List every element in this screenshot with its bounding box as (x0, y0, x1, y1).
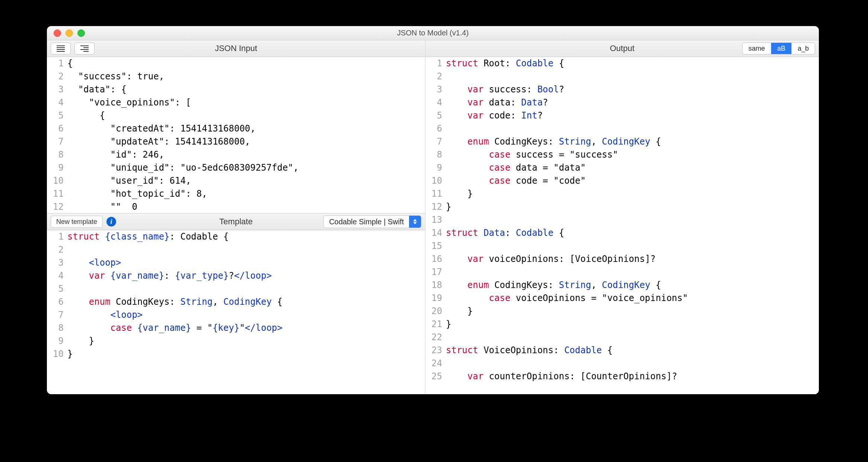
app-window: JSON to Model (v1.4) JSON Input 1{2 "suc… (47, 26, 819, 394)
code-line: 16 var voiceOpinions: [VoiceOpinions]? (425, 253, 819, 266)
code-line: 10 case code = "code" (425, 174, 819, 187)
code-text: case success = "success" (446, 148, 618, 161)
line-number: 10 (47, 174, 67, 187)
line-number: 2 (47, 243, 67, 256)
code-line: 25 var counterOpinions: [CounterOpinions… (425, 370, 819, 383)
code-line: 5 { (47, 109, 425, 122)
line-number: 7 (425, 135, 446, 148)
code-line: 8 case {var_name} = "{key}"</loop> (47, 322, 425, 335)
line-number: 15 (425, 240, 446, 253)
format-justify-button[interactable] (51, 42, 71, 54)
code-line: 17 (425, 266, 819, 279)
code-line: 12} (425, 200, 819, 213)
seg-a_b-button[interactable]: a_b (792, 43, 815, 54)
code-text: } (67, 335, 94, 348)
code-line: 1struct Root: Codable { (425, 57, 819, 70)
code-text: "createdAt": 1541413168000, (67, 122, 256, 135)
seg-same-button[interactable]: same (743, 43, 771, 54)
code-line: 9 "unique_id": "uo-5edc608309257fde", (47, 161, 425, 174)
code-text: <loop> (67, 256, 121, 269)
code-text: "hot_topic_id": 8, (67, 187, 207, 200)
line-number: 10 (47, 348, 67, 361)
line-number: 11 (47, 187, 67, 200)
json-input-title: JSON Input (47, 44, 425, 53)
code-line: 8 "id": 246, (47, 148, 425, 161)
code-text: } (446, 200, 451, 213)
code-line: 7 "updateAt": 1541413168000, (47, 135, 425, 148)
code-text: "data": { (67, 83, 127, 96)
code-line: 9 } (47, 335, 425, 348)
naming-segmented-control: same aB a_b (742, 42, 815, 54)
code-line: 3 var success: Bool? (425, 83, 819, 96)
line-number: 1 (47, 230, 67, 243)
code-text: } (446, 305, 473, 318)
line-number: 20 (425, 305, 446, 318)
output-viewer[interactable]: 1struct Root: Codable {23 var success: B… (425, 57, 819, 394)
titlebar: JSON to Model (v1.4) (47, 26, 819, 40)
chevron-updown-icon (409, 216, 421, 228)
code-line: 1{ (47, 57, 425, 70)
line-number: 9 (425, 161, 446, 174)
line-number: 6 (47, 295, 67, 308)
code-line: 19 case voiceOpinions = "voice_opinions" (425, 292, 819, 305)
template-select-label: Codable Simple | Swift (324, 216, 409, 228)
code-text: } (446, 318, 451, 331)
line-number: 12 (425, 200, 446, 213)
line-number: 1 (47, 57, 67, 70)
format-indent-button[interactable] (74, 42, 95, 54)
zoom-window-button[interactable] (77, 29, 85, 37)
code-line: 6 "createdAt": 1541413168000, (47, 122, 425, 135)
line-number: 11 (425, 187, 446, 200)
line-number: 14 (425, 227, 446, 240)
code-text: } (67, 348, 73, 361)
content-split: JSON Input 1{2 "success": true,3 "data":… (47, 40, 819, 394)
code-text: enum CodingKeys: String, CodingKey { (446, 135, 661, 148)
code-text: "voice_opinions": [ (67, 96, 191, 109)
code-line: 7 <loop> (47, 308, 425, 322)
line-number: 19 (425, 292, 446, 305)
code-text: "unique_id": "uo-5edc608309257fde", (67, 161, 299, 174)
code-line: 4 var data: Data? (425, 96, 819, 109)
line-number: 8 (47, 322, 67, 335)
code-line: 5 var code: Int? (425, 109, 819, 122)
line-number: 5 (47, 282, 67, 295)
code-text: var code: Int? (446, 109, 543, 122)
code-line: 18 enum CodingKeys: String, CodingKey { (425, 279, 819, 292)
code-line: 1struct {class_name}: Codable { (47, 230, 425, 243)
line-number: 18 (425, 279, 446, 292)
code-line: 21} (425, 318, 819, 331)
json-input-toolbar: JSON Input (47, 40, 425, 57)
info-icon[interactable]: i (106, 217, 116, 227)
code-text: { (67, 57, 73, 70)
traffic-lights (47, 29, 85, 37)
code-line: 11 "hot_topic_id": 8, (47, 187, 425, 200)
right-pane: Output same aB a_b 1struct Root: Codable… (425, 40, 819, 394)
template-editor[interactable]: 1struct {class_name}: Codable {23 <loop>… (47, 230, 425, 394)
code-text: "id": 246, (67, 148, 164, 161)
code-text: "updateAt": 1541413168000, (67, 135, 250, 148)
seg-ab-button[interactable]: aB (771, 43, 792, 54)
template-select[interactable]: Codable Simple | Swift (323, 215, 421, 228)
minimize-window-button[interactable] (66, 29, 73, 37)
code-line: 3 "data": { (47, 83, 425, 96)
line-number: 16 (425, 253, 446, 266)
code-text: <loop> (67, 308, 143, 322)
code-line: 22 (425, 331, 819, 344)
line-number: 3 (47, 256, 67, 269)
code-line: 15 (425, 240, 819, 253)
code-text: struct {class_name}: Codable { (67, 230, 229, 243)
code-text: var counterOpinions: [CounterOpinions]? (446, 370, 677, 383)
code-text: var data: Data? (446, 96, 548, 109)
new-template-button[interactable]: New template (51, 216, 103, 228)
json-input-editor[interactable]: 1{2 "success": true,3 "data": {4 "voice_… (47, 57, 425, 213)
code-text: enum CodingKeys: String, CodingKey { (67, 295, 283, 308)
code-line: 8 case success = "success" (425, 148, 819, 161)
svg-marker-0 (413, 219, 417, 221)
code-line: 2 (425, 70, 819, 83)
code-line: 9 case data = "data" (425, 161, 819, 174)
line-number: 12 (47, 200, 67, 213)
close-window-button[interactable] (54, 29, 61, 37)
code-line: 2 (47, 243, 425, 256)
line-number: 24 (425, 357, 446, 370)
line-number: 3 (47, 83, 67, 96)
